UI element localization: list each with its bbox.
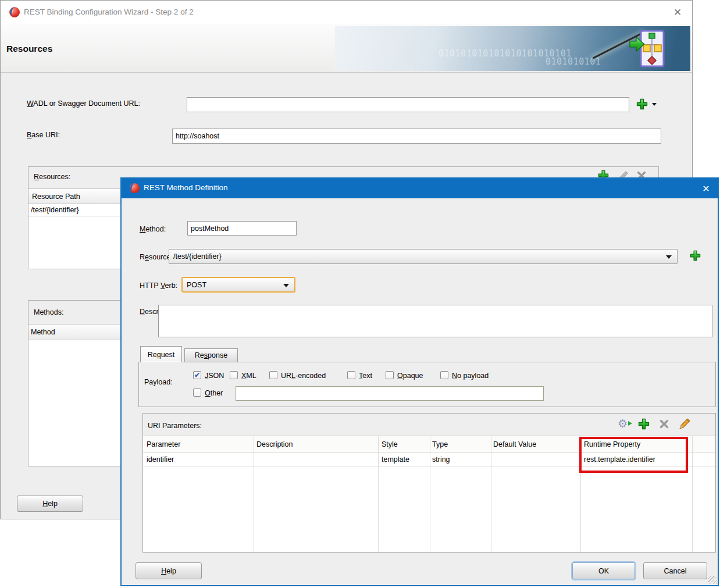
other-payload-input[interactable]	[236, 386, 544, 401]
wadl-add-icon[interactable]	[636, 98, 648, 111]
table-header-row[interactable]: Parameter Description Style Type Default…	[143, 436, 715, 452]
no-payload-checkbox-label[interactable]: No payload	[452, 372, 489, 380]
uri-parameters-table: Parameter Description Style Type Default…	[143, 436, 715, 552]
cancel-button[interactable]: Cancel	[643, 562, 707, 579]
dialog-titlebar[interactable]: REST Method Definition ✕	[122, 179, 718, 198]
base-uri-label: Base URI:	[27, 131, 60, 139]
wizard-title: REST Binding Configuration Wizard - Step…	[24, 8, 194, 16]
description-textarea[interactable]	[158, 305, 712, 337]
resource-combobox-value: /test/{identifier}	[173, 252, 222, 261]
http-verb-value: POST	[187, 281, 206, 289]
divider	[430, 436, 430, 552]
resources-label: Resources:	[34, 173, 70, 181]
opaque-checkbox-label[interactable]: Opaque	[397, 372, 423, 380]
wizard-help-button[interactable]: Help	[17, 496, 83, 512]
divider	[491, 436, 491, 552]
tab-request[interactable]: Request	[140, 346, 182, 362]
resource-row-value: /test/{identifier}	[31, 206, 79, 214]
dialog-close-icon[interactable]: ✕	[697, 181, 715, 196]
chevron-down-icon	[283, 284, 289, 287]
parameter-edit-pencil-icon[interactable]	[678, 417, 692, 430]
method-label: Method:	[140, 225, 166, 233]
no-payload-checkbox[interactable]	[440, 371, 448, 379]
cell-type: string	[432, 455, 450, 464]
generate-parameters-gear-icon[interactable]: ⚙	[618, 418, 630, 430]
resize-grip[interactable]	[708, 576, 717, 584]
wadl-add-dropdown-icon[interactable]	[652, 103, 657, 106]
wizard-flowchart-icon	[629, 30, 665, 68]
chevron-down-icon	[666, 255, 672, 259]
divider	[580, 436, 581, 552]
resource-combobox[interactable]: /test/{identifier}	[169, 249, 678, 264]
jdeveloper-app-icon	[9, 6, 20, 18]
json-checkbox-label[interactable]: JSON	[205, 372, 224, 380]
col-runtime-property: Runtime Property	[584, 440, 640, 448]
method-header-label: Method	[31, 328, 55, 336]
parameter-delete-x-icon[interactable]	[658, 418, 670, 430]
payload-label: Payload:	[144, 378, 173, 386]
xml-checkbox[interactable]	[230, 371, 238, 379]
ok-button[interactable]: OK	[572, 562, 635, 579]
methods-label: Methods:	[34, 308, 63, 316]
wizard-titlebar[interactable]: REST Binding Configuration Wizard - Step…	[1, 1, 692, 24]
screenshot-root: REST Binding Configuration Wizard - Step…	[0, 0, 720, 588]
divider	[692, 436, 693, 552]
cell-style: template	[382, 455, 409, 464]
opaque-checkbox[interactable]	[386, 371, 394, 379]
table-row[interactable]: identifier template string rest.template…	[143, 452, 715, 467]
url-encoded-checkbox-label[interactable]: URL-encoded	[281, 372, 326, 380]
xml-checkbox-label[interactable]: XML	[241, 372, 256, 380]
jdeveloper-app-icon	[129, 183, 140, 194]
col-default-value: Default Value	[493, 440, 536, 448]
col-description: Description	[256, 440, 293, 448]
rest-method-dialog: REST Method Definition ✕ Method: Resourc…	[120, 177, 719, 586]
resource-label: Resource:	[140, 253, 173, 261]
method-input[interactable]	[187, 221, 297, 236]
resource-path-header-label: Resource Path	[32, 193, 80, 201]
tab-join	[141, 361, 181, 362]
uri-parameters-label: URI Parameters:	[148, 422, 202, 430]
base-uri-input[interactable]	[172, 129, 661, 144]
tab-response[interactable]: Response	[184, 348, 238, 362]
wizard-banner-graphic: 010101010101010101010101 0101010101	[335, 26, 690, 71]
gear-glyph: ⚙	[618, 418, 628, 430]
text-checkbox-label[interactable]: Text	[359, 372, 372, 380]
json-checkbox[interactable]: ✔	[193, 371, 201, 379]
wadl-url-input[interactable]	[187, 97, 629, 112]
resource-add-icon[interactable]	[689, 250, 701, 262]
url-encoded-checkbox[interactable]	[269, 371, 277, 379]
other-checkbox-label[interactable]: Other	[205, 389, 223, 397]
col-type: Type	[432, 440, 448, 448]
http-verb-combobox[interactable]: POST	[181, 277, 295, 293]
dialog-title: REST Method Definition	[144, 183, 228, 192]
wizard-close-icon[interactable]: ✕	[667, 4, 688, 20]
other-checkbox[interactable]	[193, 389, 201, 397]
text-checkbox[interactable]	[347, 371, 355, 379]
col-style: Style	[382, 440, 398, 448]
divider	[254, 436, 254, 552]
divider	[378, 436, 379, 552]
wadl-url-label: WADL or Swagger Document URL:	[27, 99, 140, 108]
uri-parameters-panel: URI Parameters: ⚙ Parameter Description	[142, 413, 716, 553]
cell-parameter: identifier	[147, 455, 174, 464]
cell-runtime-property: rest.template.identifier	[584, 455, 655, 464]
wizard-page-title: Resources	[6, 44, 52, 54]
col-parameter: Parameter	[147, 440, 180, 448]
http-verb-label: HTTP Verb:	[140, 281, 177, 290]
dialog-help-button[interactable]: Help	[136, 562, 202, 579]
wizard-header-band: Resources 010101010101010101010101 01010…	[1, 24, 692, 73]
parameter-add-icon[interactable]	[637, 418, 650, 430]
